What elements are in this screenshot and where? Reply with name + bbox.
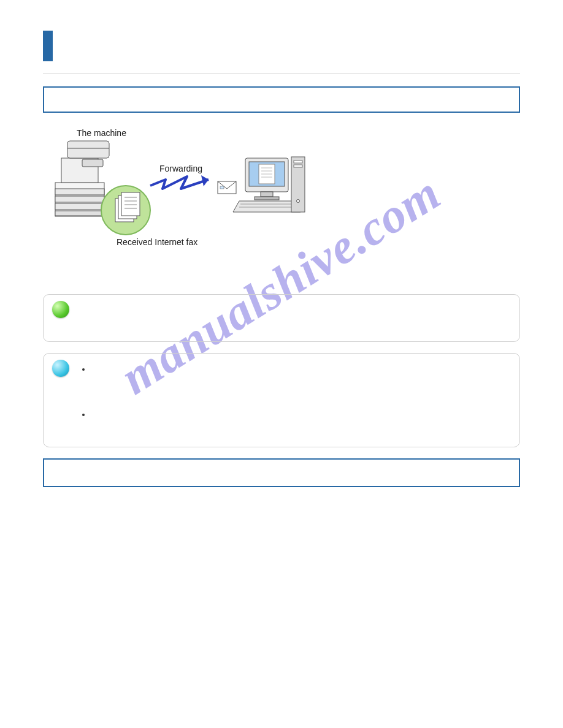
svg-rect-33 <box>294 165 302 167</box>
svg-rect-7 <box>67 141 109 158</box>
note-blue-body <box>80 363 508 427</box>
printer-icon <box>55 141 109 216</box>
note-blue-item-2 <box>91 409 508 427</box>
pc-tower-icon <box>291 157 305 212</box>
diagram-label-received: Received Internet fax <box>117 237 197 247</box>
received-fax-icon <box>101 186 150 235</box>
forwarding-arrow-icon <box>150 175 209 189</box>
note-box-green <box>43 294 520 342</box>
note-blue-item-1 <box>91 363 508 400</box>
forwarding-diagram: The machine Received Internet fax Forwar… <box>43 127 307 247</box>
header-divider <box>43 74 520 74</box>
step-box <box>43 458 520 487</box>
diagram-label-forwarding: Forwarding <box>159 164 202 173</box>
svg-rect-28 <box>255 197 279 200</box>
section-title-box <box>43 86 520 113</box>
computer-icon <box>233 158 301 212</box>
svg-rect-27 <box>261 192 273 197</box>
svg-rect-1 <box>55 189 104 195</box>
envelope-icon <box>218 181 236 194</box>
svg-rect-32 <box>294 161 302 163</box>
svg-rect-4 <box>55 211 104 216</box>
svg-point-34 <box>297 200 300 203</box>
svg-rect-2 <box>55 196 104 202</box>
svg-rect-19 <box>220 186 224 189</box>
diagram-label-machine: The machine <box>77 128 126 138</box>
header-accent-bar <box>43 31 53 61</box>
svg-rect-12 <box>121 192 140 216</box>
svg-rect-3 <box>55 203 104 210</box>
tip-icon <box>52 301 69 318</box>
note-box-blue <box>43 353 520 447</box>
note-green-body <box>80 305 508 330</box>
info-icon <box>52 360 69 377</box>
svg-rect-6 <box>82 159 103 167</box>
